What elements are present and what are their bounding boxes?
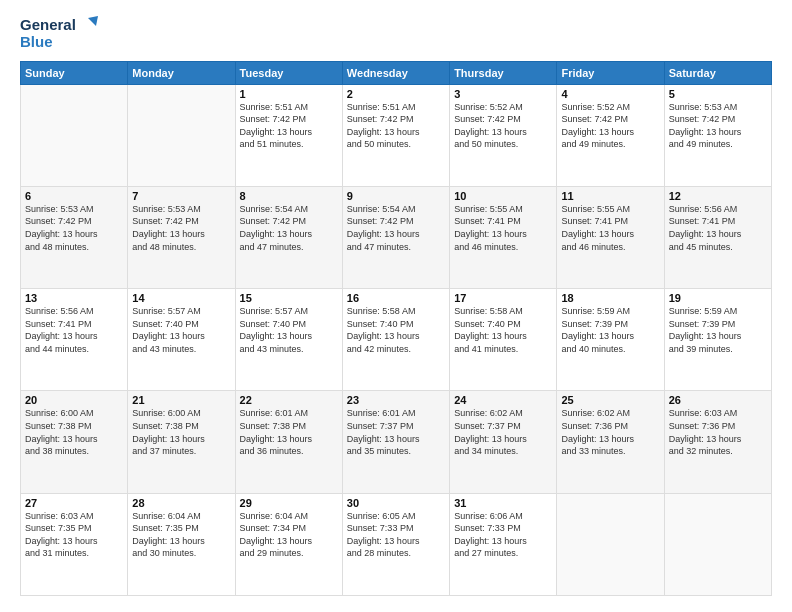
day-number: 4: [561, 88, 659, 100]
day-number: 31: [454, 497, 552, 509]
day-number: 24: [454, 394, 552, 406]
day-number: 14: [132, 292, 230, 304]
day-info: Sunrise: 6:04 AM Sunset: 7:34 PM Dayligh…: [240, 510, 338, 560]
day-info: Sunrise: 5:53 AM Sunset: 7:42 PM Dayligh…: [25, 203, 123, 253]
day-number: 16: [347, 292, 445, 304]
day-number: 27: [25, 497, 123, 509]
day-info: Sunrise: 6:06 AM Sunset: 7:33 PM Dayligh…: [454, 510, 552, 560]
weekday-header: Monday: [128, 61, 235, 84]
calendar-day-cell: 4Sunrise: 5:52 AM Sunset: 7:42 PM Daylig…: [557, 84, 664, 186]
day-number: 30: [347, 497, 445, 509]
calendar-day-cell: 8Sunrise: 5:54 AM Sunset: 7:42 PM Daylig…: [235, 186, 342, 288]
calendar-week-row: 13Sunrise: 5:56 AM Sunset: 7:41 PM Dayli…: [21, 289, 772, 391]
calendar-day-cell: 28Sunrise: 6:04 AM Sunset: 7:35 PM Dayli…: [128, 493, 235, 595]
day-number: 9: [347, 190, 445, 202]
calendar-header-row: SundayMondayTuesdayWednesdayThursdayFrid…: [21, 61, 772, 84]
day-number: 19: [669, 292, 767, 304]
day-number: 26: [669, 394, 767, 406]
calendar-day-cell: 5Sunrise: 5:53 AM Sunset: 7:42 PM Daylig…: [664, 84, 771, 186]
day-info: Sunrise: 5:56 AM Sunset: 7:41 PM Dayligh…: [25, 305, 123, 355]
weekday-header: Saturday: [664, 61, 771, 84]
day-number: 13: [25, 292, 123, 304]
day-info: Sunrise: 5:54 AM Sunset: 7:42 PM Dayligh…: [240, 203, 338, 253]
day-number: 25: [561, 394, 659, 406]
calendar-week-row: 6Sunrise: 5:53 AM Sunset: 7:42 PM Daylig…: [21, 186, 772, 288]
calendar-day-cell: 13Sunrise: 5:56 AM Sunset: 7:41 PM Dayli…: [21, 289, 128, 391]
day-info: Sunrise: 5:58 AM Sunset: 7:40 PM Dayligh…: [347, 305, 445, 355]
header: General Blue: [20, 16, 772, 51]
day-info: Sunrise: 6:02 AM Sunset: 7:37 PM Dayligh…: [454, 407, 552, 457]
day-info: Sunrise: 6:01 AM Sunset: 7:37 PM Dayligh…: [347, 407, 445, 457]
calendar-day-cell: 19Sunrise: 5:59 AM Sunset: 7:39 PM Dayli…: [664, 289, 771, 391]
calendar-day-cell: 30Sunrise: 6:05 AM Sunset: 7:33 PM Dayli…: [342, 493, 449, 595]
day-number: 6: [25, 190, 123, 202]
weekday-header: Sunday: [21, 61, 128, 84]
day-number: 12: [669, 190, 767, 202]
calendar-day-cell: 18Sunrise: 5:59 AM Sunset: 7:39 PM Dayli…: [557, 289, 664, 391]
calendar-day-cell: 12Sunrise: 5:56 AM Sunset: 7:41 PM Dayli…: [664, 186, 771, 288]
day-info: Sunrise: 5:55 AM Sunset: 7:41 PM Dayligh…: [454, 203, 552, 253]
calendar-day-cell: 21Sunrise: 6:00 AM Sunset: 7:38 PM Dayli…: [128, 391, 235, 493]
day-info: Sunrise: 6:00 AM Sunset: 7:38 PM Dayligh…: [132, 407, 230, 457]
calendar-week-row: 20Sunrise: 6:00 AM Sunset: 7:38 PM Dayli…: [21, 391, 772, 493]
calendar-day-cell: 26Sunrise: 6:03 AM Sunset: 7:36 PM Dayli…: [664, 391, 771, 493]
calendar-day-cell: 27Sunrise: 6:03 AM Sunset: 7:35 PM Dayli…: [21, 493, 128, 595]
calendar-empty-cell: [664, 493, 771, 595]
calendar-day-cell: 25Sunrise: 6:02 AM Sunset: 7:36 PM Dayli…: [557, 391, 664, 493]
calendar-day-cell: 2Sunrise: 5:51 AM Sunset: 7:42 PM Daylig…: [342, 84, 449, 186]
calendar-day-cell: 10Sunrise: 5:55 AM Sunset: 7:41 PM Dayli…: [450, 186, 557, 288]
calendar-day-cell: 16Sunrise: 5:58 AM Sunset: 7:40 PM Dayli…: [342, 289, 449, 391]
calendar-day-cell: 7Sunrise: 5:53 AM Sunset: 7:42 PM Daylig…: [128, 186, 235, 288]
calendar-day-cell: 1Sunrise: 5:51 AM Sunset: 7:42 PM Daylig…: [235, 84, 342, 186]
weekday-header: Thursday: [450, 61, 557, 84]
calendar-day-cell: 22Sunrise: 6:01 AM Sunset: 7:38 PM Dayli…: [235, 391, 342, 493]
calendar-empty-cell: [557, 493, 664, 595]
calendar-empty-cell: [128, 84, 235, 186]
logo-container: General Blue: [20, 16, 98, 51]
day-number: 15: [240, 292, 338, 304]
calendar-week-row: 1Sunrise: 5:51 AM Sunset: 7:42 PM Daylig…: [21, 84, 772, 186]
day-number: 28: [132, 497, 230, 509]
day-info: Sunrise: 6:01 AM Sunset: 7:38 PM Dayligh…: [240, 407, 338, 457]
svg-marker-0: [88, 16, 98, 26]
day-number: 11: [561, 190, 659, 202]
weekday-header: Friday: [557, 61, 664, 84]
calendar-day-cell: 15Sunrise: 5:57 AM Sunset: 7:40 PM Dayli…: [235, 289, 342, 391]
day-info: Sunrise: 5:51 AM Sunset: 7:42 PM Dayligh…: [347, 101, 445, 151]
day-info: Sunrise: 5:52 AM Sunset: 7:42 PM Dayligh…: [561, 101, 659, 151]
calendar-day-cell: 14Sunrise: 5:57 AM Sunset: 7:40 PM Dayli…: [128, 289, 235, 391]
day-info: Sunrise: 6:00 AM Sunset: 7:38 PM Dayligh…: [25, 407, 123, 457]
calendar-day-cell: 9Sunrise: 5:54 AM Sunset: 7:42 PM Daylig…: [342, 186, 449, 288]
day-number: 18: [561, 292, 659, 304]
day-number: 8: [240, 190, 338, 202]
logo-bird-icon: [78, 16, 98, 34]
day-info: Sunrise: 6:02 AM Sunset: 7:36 PM Dayligh…: [561, 407, 659, 457]
day-info: Sunrise: 6:03 AM Sunset: 7:36 PM Dayligh…: [669, 407, 767, 457]
day-number: 17: [454, 292, 552, 304]
logo: General Blue: [20, 16, 98, 51]
day-number: 29: [240, 497, 338, 509]
calendar-day-cell: 20Sunrise: 6:00 AM Sunset: 7:38 PM Dayli…: [21, 391, 128, 493]
day-info: Sunrise: 5:54 AM Sunset: 7:42 PM Dayligh…: [347, 203, 445, 253]
calendar-day-cell: 3Sunrise: 5:52 AM Sunset: 7:42 PM Daylig…: [450, 84, 557, 186]
calendar-table: SundayMondayTuesdayWednesdayThursdayFrid…: [20, 61, 772, 597]
day-info: Sunrise: 5:55 AM Sunset: 7:41 PM Dayligh…: [561, 203, 659, 253]
logo-blue: Blue: [20, 34, 98, 51]
day-number: 5: [669, 88, 767, 100]
day-info: Sunrise: 5:53 AM Sunset: 7:42 PM Dayligh…: [669, 101, 767, 151]
day-number: 3: [454, 88, 552, 100]
calendar-day-cell: 29Sunrise: 6:04 AM Sunset: 7:34 PM Dayli…: [235, 493, 342, 595]
day-info: Sunrise: 5:59 AM Sunset: 7:39 PM Dayligh…: [669, 305, 767, 355]
day-number: 20: [25, 394, 123, 406]
calendar-empty-cell: [21, 84, 128, 186]
day-number: 2: [347, 88, 445, 100]
day-number: 21: [132, 394, 230, 406]
day-info: Sunrise: 5:57 AM Sunset: 7:40 PM Dayligh…: [132, 305, 230, 355]
day-info: Sunrise: 5:56 AM Sunset: 7:41 PM Dayligh…: [669, 203, 767, 253]
day-info: Sunrise: 5:52 AM Sunset: 7:42 PM Dayligh…: [454, 101, 552, 151]
day-info: Sunrise: 6:03 AM Sunset: 7:35 PM Dayligh…: [25, 510, 123, 560]
logo-general: General: [20, 17, 76, 34]
day-number: 1: [240, 88, 338, 100]
calendar-day-cell: 23Sunrise: 6:01 AM Sunset: 7:37 PM Dayli…: [342, 391, 449, 493]
day-info: Sunrise: 6:04 AM Sunset: 7:35 PM Dayligh…: [132, 510, 230, 560]
